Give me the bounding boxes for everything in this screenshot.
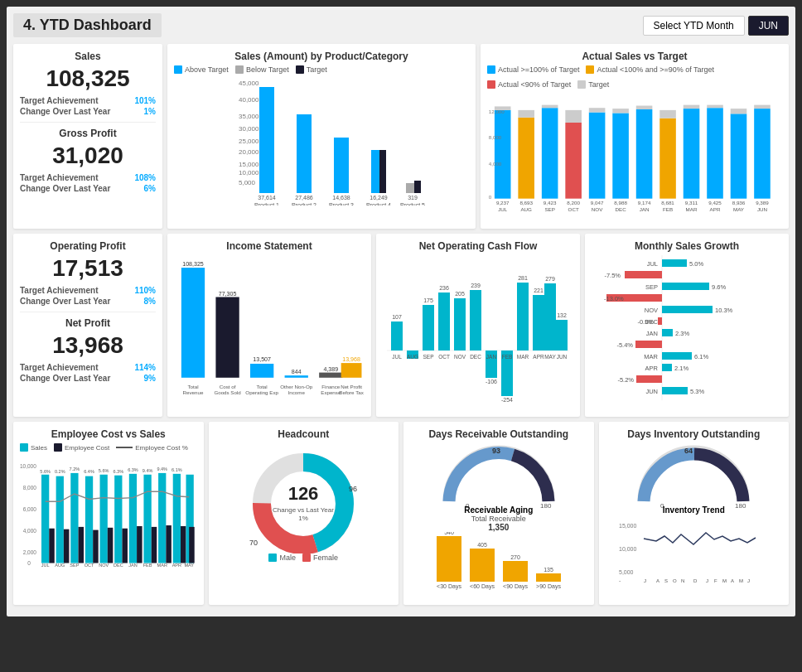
svg-text:Product 5: Product 5 — [400, 202, 425, 205]
svg-rect-86 — [319, 373, 342, 378]
svg-rect-198 — [108, 528, 113, 563]
svg-text:13,507: 13,507 — [253, 356, 271, 362]
svg-text:N: N — [681, 578, 684, 583]
svg-rect-13 — [334, 138, 349, 193]
svg-text:A: A — [731, 578, 734, 583]
svg-rect-181 — [41, 475, 49, 563]
svg-rect-210 — [152, 527, 157, 563]
net-profit-value: 13,968 — [20, 332, 156, 359]
svg-text:77,305: 77,305 — [219, 291, 237, 297]
svg-text:S: S — [664, 578, 668, 583]
svg-rect-146 — [662, 283, 709, 290]
headcount-title: Headcount — [215, 428, 393, 440]
svg-text:-13.0%: -13.0% — [604, 295, 624, 302]
headcount-card: Headcount 126 Change vs Last Year 1% — [209, 422, 399, 605]
svg-text:NOV: NOV — [99, 563, 109, 568]
sales-target-row: Target Achievement 101% — [20, 95, 156, 106]
svg-rect-43 — [589, 108, 606, 112]
svg-text:9,423: 9,423 — [544, 200, 557, 205]
svg-text:6.3%: 6.3% — [128, 467, 138, 472]
svg-text:AUG: AUG — [407, 354, 418, 360]
monthly-growth-chart: JUL 5.0% AUG -7.5% SEP 9.6% OCT -13.0% N… — [592, 255, 782, 409]
svg-text:DEC: DEC — [114, 563, 123, 568]
svg-text:OCT: OCT — [85, 563, 94, 568]
svg-rect-143 — [625, 271, 662, 278]
svg-rect-18 — [406, 183, 414, 193]
svg-rect-185 — [56, 476, 64, 563]
actual-vs-target-title: Actual Sales vs Target — [487, 51, 782, 62]
select-ytd-month-button[interactable]: Select YTD Month — [643, 16, 745, 36]
svg-text:9,237: 9,237 — [496, 200, 510, 205]
svg-text:-5.4%: -5.4% — [616, 341, 633, 349]
svg-text:Finance: Finance — [321, 384, 341, 389]
svg-text:16,249: 16,249 — [370, 195, 388, 201]
svg-text:45,000: 45,000 — [239, 80, 259, 87]
svg-text:281: 281 — [518, 275, 528, 281]
svg-rect-173 — [662, 387, 688, 394]
svg-rect-222 — [189, 527, 194, 563]
svg-rect-158 — [662, 329, 673, 336]
svg-text:M: M — [739, 578, 743, 583]
svg-rect-35 — [542, 105, 558, 109]
svg-text:4,389: 4,389 — [323, 366, 338, 372]
svg-text:12,000: 12,000 — [489, 109, 505, 114]
svg-rect-54 — [659, 118, 676, 199]
svg-text:70: 70 — [249, 539, 258, 547]
svg-rect-15 — [371, 150, 379, 193]
svg-text:-: - — [619, 578, 621, 583]
svg-text:10,000: 10,000 — [20, 463, 36, 469]
headcount-donut: 126 Change vs Last Year 1% 70 96 — [237, 446, 370, 554]
svg-text:15,000: 15,000 — [619, 523, 637, 529]
svg-text:Product 4: Product 4 — [366, 202, 391, 205]
svg-rect-214 — [166, 525, 171, 563]
operating-net-kpi-card: Operating Profit 17,513 Target Achieveme… — [13, 234, 162, 417]
svg-text:10.3%: 10.3% — [715, 307, 733, 314]
svg-text:844: 844 — [292, 369, 302, 375]
inventory-gauge: 0 64 180 — [627, 443, 760, 510]
svg-text:Revenue: Revenue — [183, 389, 204, 395]
svg-rect-55 — [659, 110, 676, 118]
svg-text:Operating Exp: Operating Exp — [245, 389, 278, 395]
month-button[interactable]: JUN — [748, 16, 789, 36]
svg-text:DEC: DEC — [470, 354, 481, 360]
svg-text:8,936: 8,936 — [732, 200, 746, 205]
svg-text:FEB: FEB — [143, 563, 152, 568]
svg-text:JUN: JUN — [645, 388, 658, 395]
svg-text:35,000: 35,000 — [239, 113, 259, 120]
svg-rect-82 — [250, 364, 273, 378]
svg-text:Total: Total — [257, 384, 268, 389]
svg-text:-5.2%: -5.2% — [617, 376, 634, 384]
svg-rect-16 — [379, 150, 386, 193]
svg-text:JAN: JAN — [640, 206, 650, 212]
svg-text:205: 205 — [455, 291, 465, 297]
svg-rect-88 — [341, 363, 362, 378]
svg-text:MAY: MAY — [544, 354, 556, 360]
income-statement-card: Income Statement 108,325 77,305 13,507 8… — [167, 234, 371, 417]
svg-rect-34 — [542, 108, 558, 198]
svg-rect-213 — [158, 473, 166, 563]
svg-text:NOV: NOV — [454, 354, 466, 360]
svg-text:9,389: 9,389 — [756, 200, 769, 205]
svg-text:25,000: 25,000 — [239, 138, 259, 145]
inventory-trend: 15,000 10,000 5,000 - J A S O N D J F M … — [619, 518, 768, 584]
svg-rect-190 — [79, 527, 84, 563]
svg-rect-11 — [297, 114, 312, 193]
svg-text:SEP: SEP — [544, 206, 554, 212]
svg-rect-50 — [636, 109, 653, 199]
days-receivable-card: Days Receivable Outstanding 0 93 180 Rec… — [403, 422, 594, 605]
svg-rect-108 — [438, 292, 450, 351]
svg-rect-206 — [137, 526, 142, 563]
svg-text:5.6%: 5.6% — [99, 468, 109, 473]
svg-rect-63 — [707, 105, 723, 109]
svg-text:4,000: 4,000 — [23, 528, 37, 534]
svg-text:37,614: 37,614 — [258, 195, 276, 201]
sales-change-row: Change Over Last Year 1% — [20, 106, 156, 117]
employee-cost-card: Employee Cost vs Sales Sales Employee Co… — [13, 422, 204, 605]
svg-rect-9 — [259, 87, 274, 193]
svg-rect-78 — [181, 268, 205, 378]
svg-rect-182 — [49, 529, 54, 563]
receivable-gauge: 0 93 180 — [432, 443, 565, 510]
svg-text:8,988: 8,988 — [614, 200, 627, 205]
svg-text:8,681: 8,681 — [661, 200, 674, 205]
svg-text:Before Tax: Before Tax — [339, 389, 364, 395]
